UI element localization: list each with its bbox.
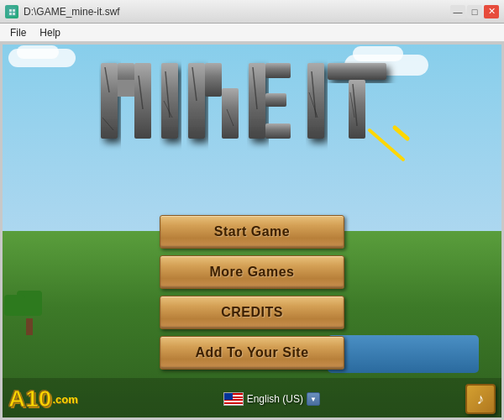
svg-line-33 <box>395 128 407 139</box>
a10-logo-suffix: .com <box>52 393 77 406</box>
game-title-area <box>92 50 412 176</box>
menu-buttons-container: Start Game More Games CREDITS Add To You… <box>160 215 344 370</box>
game-title-svg <box>92 50 412 168</box>
titlebar-controls: — □ ✕ <box>450 5 499 18</box>
svg-rect-5 <box>101 63 118 139</box>
svg-rect-7 <box>134 63 151 139</box>
app-icon <box>5 5 18 18</box>
tree-trunk-1 <box>26 318 33 335</box>
maximize-button[interactable]: □ <box>467 5 482 18</box>
close-button[interactable]: ✕ <box>484 5 499 18</box>
svg-rect-15 <box>222 88 239 139</box>
a10-logo-text: A10 <box>8 386 51 412</box>
svg-rect-17 <box>249 63 265 139</box>
add-to-site-button[interactable]: Add To Your Site <box>160 336 344 370</box>
minimize-button[interactable]: — <box>450 5 465 18</box>
language-label: English (US) <box>247 393 303 405</box>
titlebar-left: D:\GAME_mine-it.swf <box>5 5 120 18</box>
window-title: D:\GAME_mine-it.swf <box>24 6 120 18</box>
svg-rect-22 <box>307 63 324 139</box>
language-selector[interactable]: English (US) ▼ <box>223 392 320 406</box>
start-game-button[interactable]: Start Game <box>160 215 344 249</box>
menu-help[interactable]: Help <box>33 25 67 40</box>
titlebar: D:\GAME_mine-it.swf — □ ✕ <box>0 0 504 24</box>
a10-logo: A10 .com <box>8 386 78 412</box>
svg-rect-20 <box>265 123 291 139</box>
flag-icon <box>223 392 244 406</box>
music-button[interactable]: ♪ <box>465 384 496 414</box>
svg-rect-8 <box>118 80 134 97</box>
bottom-bar: A10 .com English (US) ▼ ♪ <box>0 378 504 420</box>
svg-line-32 <box>370 130 403 160</box>
svg-rect-1 <box>9 9 12 12</box>
svg-rect-4 <box>13 13 15 15</box>
flag-blue-canton <box>224 393 233 400</box>
svg-rect-24 <box>328 63 386 80</box>
svg-rect-2 <box>13 9 15 12</box>
menu-file[interactable]: File <box>3 25 33 40</box>
svg-rect-18 <box>265 63 291 78</box>
svg-rect-3 <box>9 13 12 15</box>
svg-rect-25 <box>349 80 365 139</box>
svg-rect-19 <box>265 93 286 107</box>
cloud-2 <box>17 45 59 59</box>
flag-stripes-bottom <box>224 399 243 405</box>
more-games-button[interactable]: More Games <box>160 255 344 289</box>
language-dropdown-arrow[interactable]: ▼ <box>307 392 320 406</box>
water-area <box>328 335 479 373</box>
menubar: File Help <box>0 24 504 42</box>
tree-leaves-2 <box>4 295 25 316</box>
game-area: Start Game More Games CREDITS Add To You… <box>0 42 504 420</box>
credits-button[interactable]: CREDITS <box>160 296 344 329</box>
svg-rect-14 <box>205 63 222 97</box>
